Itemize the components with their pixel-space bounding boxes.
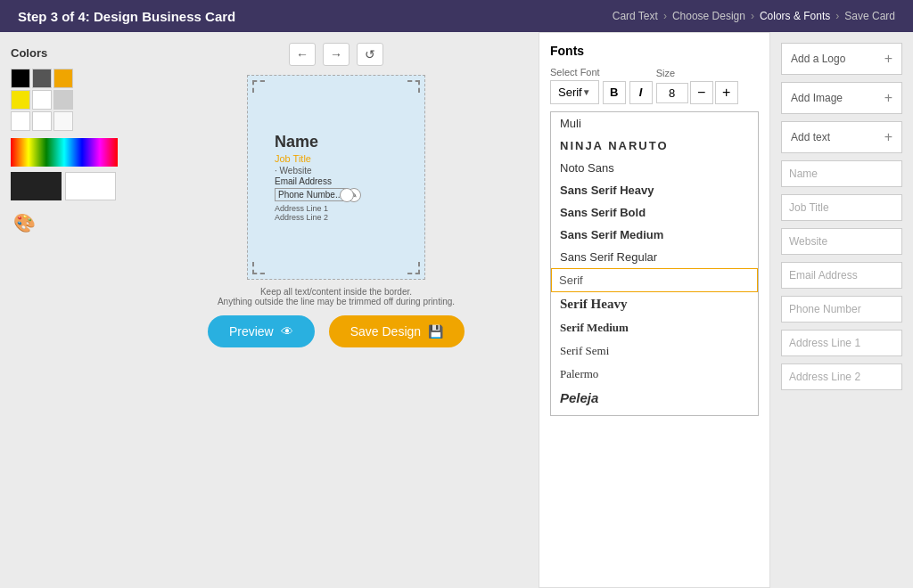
card-email: Email Address <box>275 176 415 186</box>
breadcrumb-sep3: › <box>835 10 839 22</box>
add-logo-button[interactable]: Add a Logo + <box>781 43 902 75</box>
add-logo-plus-icon: + <box>884 51 892 67</box>
swatch-yellow[interactable] <box>11 90 30 110</box>
breadcrumb-choose-design[interactable]: Choose Design <box>672 10 745 22</box>
breadcrumb-sep2: › <box>751 10 754 22</box>
field-address1[interactable]: Address Line 1 <box>781 330 902 356</box>
field-job-title[interactable]: Job Title <box>781 194 902 221</box>
bottom-note: Keep all text/content inside the border.… <box>218 287 455 306</box>
font-item-ninja-naruto[interactable]: NINJA NARUTO <box>551 135 758 157</box>
breadcrumb-sep1: › <box>663 10 667 22</box>
font-item-sans-serif-regular[interactable]: Sans Serif Regular <box>551 246 758 268</box>
swatch-dark-gray[interactable] <box>32 69 52 88</box>
save-icon: 💾 <box>428 324 443 339</box>
fonts-title: Fonts <box>550 44 759 58</box>
palette-icon[interactable]: 🎨 <box>11 209 37 236</box>
size-increase-button[interactable]: + <box>715 81 738 104</box>
black-bar[interactable] <box>11 172 62 200</box>
card-phone: Phone Numbe... ✎ <box>275 188 346 201</box>
font-item-noto-sans[interactable]: Noto Sans <box>551 157 758 179</box>
font-item-peleja[interactable]: Peleja <box>551 386 758 410</box>
nav-buttons: ← → ↺ <box>289 43 383 66</box>
breadcrumb-colors-fonts[interactable]: Colors & Fonts <box>760 10 830 22</box>
font-list[interactable]: Muli NINJA NARUTO Noto Sans Sans Serif H… <box>551 112 758 415</box>
card-address2: Address Line 2 <box>275 213 415 222</box>
font-controls-row: Select Font Serif ▼ B I Size − + <box>550 67 759 104</box>
colors-title: Colors <box>11 46 123 60</box>
gradient-bar[interactable] <box>11 138 118 167</box>
font-item-sans-serif-bold[interactable]: Sans Serif Bold <box>551 201 758 224</box>
add-text-button[interactable]: Add text + <box>781 121 902 153</box>
canvas-area: ← → ↺ Name Job Title · Website Email Add… <box>134 32 539 588</box>
swatch-light-gray[interactable] <box>53 90 73 110</box>
font-search-input[interactable] <box>551 268 758 292</box>
swatch-white[interactable] <box>32 90 52 110</box>
swatch-black[interactable] <box>11 69 30 88</box>
preview-label: Preview <box>229 324 274 339</box>
eye-icon: 👁 <box>281 324 293 339</box>
font-select-box[interactable]: Serif ▼ <box>550 80 599 104</box>
font-select-value: Serif <box>558 86 582 99</box>
field-email[interactable]: Email Address <box>781 262 902 289</box>
field-phone[interactable]: Phone Number <box>781 296 902 323</box>
breadcrumb-card-text[interactable]: Card Text <box>613 10 658 22</box>
size-decrease-button[interactable]: − <box>690 81 713 104</box>
add-text-label: Add text <box>791 131 830 143</box>
size-col: Size − + <box>656 68 738 104</box>
colors-sidebar: Colors 🎨 <box>0 32 134 588</box>
preview-button[interactable]: Preview 👁 <box>208 315 315 347</box>
page-title: Step 3 of 4: Design Business Card <box>18 9 235 24</box>
font-select-col: Select Font Serif ▼ B I <box>550 67 653 104</box>
swatch-extra2[interactable] <box>32 111 52 131</box>
field-name[interactable]: Name <box>781 160 902 187</box>
add-image-label: Add Image <box>791 92 843 104</box>
select-font-label: Select Font <box>550 67 653 78</box>
corner-tr <box>407 80 420 93</box>
save-design-button[interactable]: Save Design 💾 <box>329 315 465 347</box>
card-name: Name <box>275 133 415 151</box>
font-item-muli[interactable]: Muli <box>551 112 758 135</box>
refresh-button[interactable]: ↺ <box>357 43 383 66</box>
field-website[interactable]: Website <box>781 228 902 255</box>
corner-bl <box>252 262 265 274</box>
card-job-title: Job Title <box>275 153 415 164</box>
card-address1: Address Line 1 <box>275 204 415 213</box>
size-label: Size <box>656 68 738 78</box>
size-input[interactable] <box>656 83 688 103</box>
right-panel: Add a Logo + Add Image + Add text + Name… <box>770 32 913 588</box>
add-image-plus-icon: + <box>884 90 892 106</box>
corner-br <box>407 262 420 274</box>
main-layout: Colors 🎨 ← → ↺ <box>0 32 913 588</box>
header: Step 3 of 4: Design Business Card Card T… <box>0 0 913 32</box>
font-item-sans-serif-medium[interactable]: Sans Serif Medium <box>551 224 758 246</box>
font-item-serif-medium[interactable]: Serif Medium <box>551 316 758 339</box>
italic-button[interactable]: I <box>629 81 653 104</box>
fonts-panel: Fonts Select Font Serif ▼ B I Size − <box>539 32 770 588</box>
add-logo-label: Add a Logo <box>791 53 845 65</box>
swatch-extra3[interactable] <box>53 111 73 131</box>
back-button[interactable]: ← <box>289 43 316 66</box>
font-item-pepita-vmt[interactable]: Pepita VMT <box>551 410 758 415</box>
font-item-sans-serif-heavy[interactable]: Sans Serif Heavy <box>551 179 758 201</box>
field-address2[interactable]: Address Line 2 <box>781 363 902 390</box>
cursor-icon: ✎ <box>347 188 361 202</box>
swatch-orange[interactable] <box>53 69 73 88</box>
bold-button[interactable]: B <box>603 81 626 104</box>
add-text-plus-icon: + <box>884 129 892 145</box>
save-design-label: Save Design <box>350 324 421 339</box>
swatch-extra1[interactable] <box>11 111 30 131</box>
card-preview: Name Job Title · Website Email Address P… <box>247 75 425 280</box>
font-dropdown: Muli NINJA NARUTO Noto Sans Sans Serif H… <box>550 111 759 416</box>
font-item-palermo[interactable]: Palermo <box>551 363 758 386</box>
font-item-serif-semi[interactable]: Serif Semi <box>551 339 758 363</box>
white-bar[interactable] <box>65 172 116 200</box>
forward-button[interactable]: → <box>323 43 350 66</box>
corner-tl <box>252 80 265 93</box>
font-item-serif-heavy[interactable]: Serif Heavy <box>551 292 758 316</box>
card-content: Name Job Title · Website Email Address P… <box>257 133 415 222</box>
color-swatches <box>11 69 123 131</box>
breadcrumb-save-card[interactable]: Save Card <box>844 10 895 22</box>
add-image-button[interactable]: Add Image + <box>781 82 902 114</box>
bottom-buttons: Preview 👁 Save Design 💾 <box>208 315 465 347</box>
breadcrumb: Card Text › Choose Design › Colors & Fon… <box>613 10 895 22</box>
